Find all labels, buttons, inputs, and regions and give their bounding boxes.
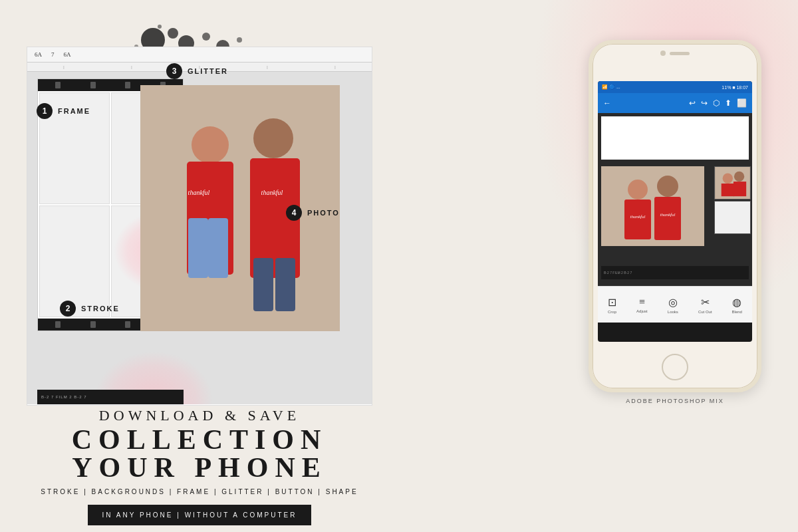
glitter-badge: 3 GLITTER — [166, 63, 228, 79]
frame-badge-label: FRAME — [58, 107, 90, 115]
fullscreen-icon[interactable]: ⬜ — [737, 98, 747, 108]
photo-badge-label: PHOTO — [307, 209, 340, 217]
collection-heading: COLLECTION — [0, 426, 399, 454]
photo-badge: 4 PHOTO — [286, 205, 340, 221]
looks-label: Looks — [668, 310, 678, 314]
app-status-bar: 📶 🔵 ... 11% ■ 18:07 — [598, 81, 752, 93]
share-icon[interactable]: ⬆ — [725, 98, 732, 108]
adobe-label: ADOBE PHOTOSHOP MIX — [565, 398, 785, 404]
editor-toolbar: 6A 7 6A — [27, 47, 372, 63]
cutout-icon: ✂ — [701, 296, 710, 309]
back-icon[interactable]: ← — [603, 98, 611, 108]
adjust-icon: ≡ — [639, 296, 645, 308]
film-label-bottom: B-2 7 FILM 2 B-2 7 — [37, 390, 184, 404]
layers-icon[interactable]: ⬡ — [713, 98, 720, 108]
cta-button[interactable]: IN ANY PHONE | WITHOUT A COMPUTER — [88, 505, 312, 525]
crop-tool[interactable]: ⊡ Crop — [608, 296, 616, 314]
app-thumbnails — [714, 166, 751, 234]
looks-tool[interactable]: ◎ Looks — [668, 296, 678, 314]
svg-rect-45 — [722, 184, 734, 196]
phone-speaker — [670, 52, 690, 55]
toolbar-item: 6A — [31, 50, 45, 59]
svg-text:thankful: thankful — [188, 189, 210, 196]
bottom-text-area: DOWNLOAD & SAVE COLLECTION YOUR PHONE ST… — [0, 407, 399, 525]
app-couple-photo: thankful thankful — [601, 166, 704, 246]
redo-icon[interactable]: ↪ — [701, 98, 708, 108]
stroke-badge: 2 STROKE — [60, 301, 120, 317]
svg-point-46 — [734, 172, 744, 182]
glitter-badge-number: 3 — [166, 63, 182, 79]
crop-label: Crop — [608, 310, 616, 314]
crop-icon: ⊡ — [608, 296, 616, 309]
canvas-work-area: thankful thankful B-2 7 FILM 2 B-2 7 — [27, 72, 372, 404]
ruler-mark: | — [334, 65, 335, 70]
your-phone-heading: YOUR PHONE — [0, 454, 399, 481]
svg-point-26 — [192, 126, 229, 164]
adjust-tool[interactable]: ≡ Adjust — [636, 296, 648, 313]
adjust-label: Adjust — [636, 309, 648, 313]
stroke-badge-label: STROKE — [81, 305, 120, 313]
svg-rect-28 — [188, 218, 208, 278]
toolbar-right-icons: ↩ ↪ ⬡ ⬆ ⬜ — [689, 98, 747, 108]
svg-rect-33 — [275, 258, 295, 311]
ruler-mark: | — [131, 65, 132, 70]
svg-text:thankful: thankful — [261, 189, 283, 196]
svg-rect-32 — [253, 258, 273, 311]
film-strip-label: B-2 7 FILM 2 B-2 7 — [604, 271, 632, 275]
cutout-label: Cut Out — [698, 310, 712, 314]
stroke-badge-number: 2 — [60, 301, 76, 317]
svg-rect-40 — [654, 197, 681, 240]
left-panel: 6A 7 6A | | | | | — [0, 0, 399, 532]
film-hole — [125, 321, 130, 328]
svg-rect-47 — [733, 182, 746, 196]
svg-text:thankful: thankful — [630, 214, 646, 219]
phone-screen: 📶 🔵 ... 11% ■ 18:07 ← ↩ ↪ ⬡ ⬆ ⬜ — [598, 81, 752, 342]
editor-mockup: 6A 7 6A | | | | | — [27, 47, 372, 406]
frame-badge: 1 FRAME — [37, 103, 90, 119]
svg-text:thankful: thankful — [660, 212, 676, 217]
app-bottom-toolbar: ⊡ Crop ≡ Adjust ◎ Looks ✂ Cut Out ◍ Bl — [598, 286, 752, 323]
status-info: 11% ■ 18:07 — [722, 85, 748, 90]
app-photo-area: thankful thankful — [601, 166, 704, 246]
glitter-badge-label: GLITTER — [188, 67, 228, 75]
toolbar-item: 6A — [61, 50, 74, 59]
svg-point-44 — [723, 174, 733, 184]
phone-notch — [660, 51, 690, 56]
toolbar-item: 7 — [48, 50, 58, 59]
status-right: 11% ■ 18:07 — [722, 85, 748, 90]
phone-home-button[interactable] — [662, 354, 688, 380]
download-save-heading: DOWNLOAD & SAVE — [0, 407, 399, 424]
svg-point-30 — [253, 118, 293, 158]
undo-icon[interactable]: ↩ — [689, 98, 696, 108]
svg-point-37 — [628, 180, 648, 200]
cutout-tool[interactable]: ✂ Cut Out — [698, 296, 712, 314]
film-hole — [125, 82, 130, 88]
photo-badge-number: 4 — [286, 205, 302, 221]
looks-icon: ◎ — [668, 296, 678, 309]
blend-icon: ◍ — [732, 296, 741, 309]
status-icons: 📶 🔵 ... — [602, 84, 620, 90]
svg-rect-38 — [624, 200, 651, 239]
toolbar-left-icons: ← — [603, 98, 611, 108]
svg-rect-36 — [601, 166, 704, 246]
thumbnail-2[interactable] — [714, 201, 751, 234]
ruler-mark: | — [267, 65, 267, 70]
right-panel: 📶 🔵 ... 11% ■ 18:07 ← ↩ ↪ ⬡ ⬆ ⬜ — [565, 40, 785, 519]
frame-badge-number: 1 — [37, 103, 53, 119]
film-hole — [90, 321, 96, 328]
status-left: 📶 🔵 ... — [602, 84, 620, 90]
app-toolbar: ← ↩ ↪ ⬡ ⬆ ⬜ — [598, 93, 752, 113]
svg-point-39 — [657, 176, 678, 197]
blend-tool[interactable]: ◍ Blend — [732, 296, 742, 314]
thumbnail-1[interactable] — [714, 166, 751, 200]
features-list: STROKE | BACKGROUNDS | FRAME | GLITTER |… — [0, 488, 399, 495]
film-label-text: B-2 7 FILM 2 B-2 7 — [41, 395, 87, 399]
film-hole — [55, 321, 61, 328]
app-white-canvas — [601, 116, 749, 160]
app-film-strip: B-2 7 FILM 2 B-2 7 — [601, 266, 749, 279]
phone-camera — [660, 51, 666, 56]
film-hole — [55, 82, 61, 88]
svg-rect-29 — [208, 218, 228, 278]
phone-frame: 📶 🔵 ... 11% ■ 18:07 ← ↩ ↪ ⬡ ⬆ ⬜ — [589, 40, 761, 392]
ruler-mark: | — [63, 65, 64, 70]
